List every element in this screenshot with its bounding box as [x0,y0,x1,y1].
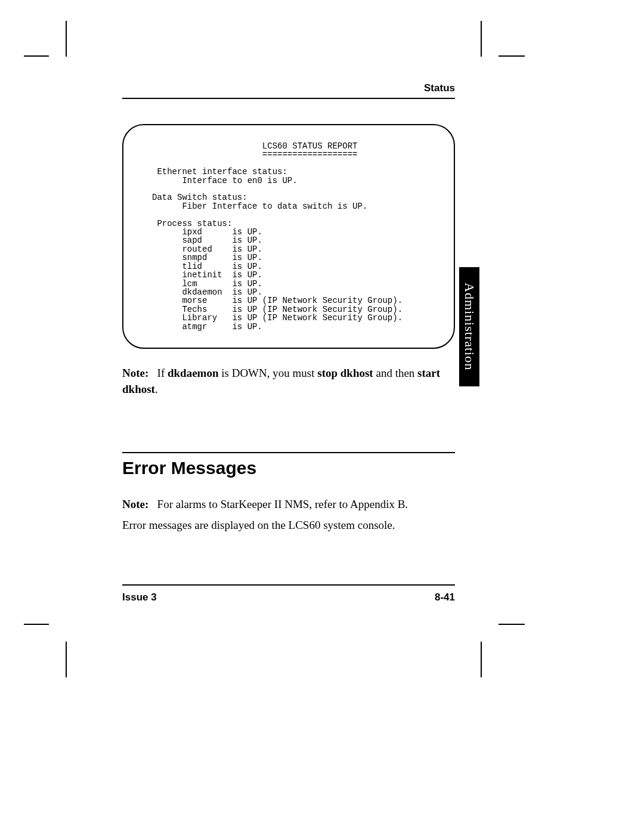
side-tab-administration: Administration [459,267,479,386]
section-heading-error-messages: Error Messages [122,458,455,478]
note-text: . [155,383,158,395]
crop-mark [66,21,67,57]
crop-mark [66,642,67,677]
crop-mark [24,624,49,625]
footer-page: 8-41 [435,592,455,603]
crop-mark [499,55,525,57]
crop-mark [24,55,49,57]
note-dkdaemon: Note: If dkdaemon is DOWN, you must stop… [122,366,455,397]
crop-mark [499,624,525,625]
note-text: and then [373,367,417,379]
body-text: Error messages are displayed on the LCS6… [122,519,455,532]
side-tab-label: Administration [462,283,477,370]
note-text: For alarms to StarKeeper II NMS, refer t… [157,498,408,510]
note-text: is DOWN, you must [219,367,318,379]
note-text: If [157,367,168,379]
note-starkeeper: Note: For alarms to StarKeeper II NMS, r… [122,496,455,513]
crop-mark [481,642,482,677]
note-bold1: dkdaemon [168,367,219,379]
note-label: Note: [122,498,148,510]
status-report-box: LCS60 STATUS REPORT =================== … [122,124,455,349]
page-content: Status LCS60 STATUS REPORT =============… [122,82,455,532]
note-bold2: stop dkhost [317,367,373,379]
note-label: Note: [122,367,148,379]
crop-mark [481,21,482,57]
section-divider [122,452,455,453]
footer-issue: Issue 3 [122,592,157,603]
section-header-status: Status [122,82,455,99]
page-footer: Issue 3 8-41 [122,584,455,603]
